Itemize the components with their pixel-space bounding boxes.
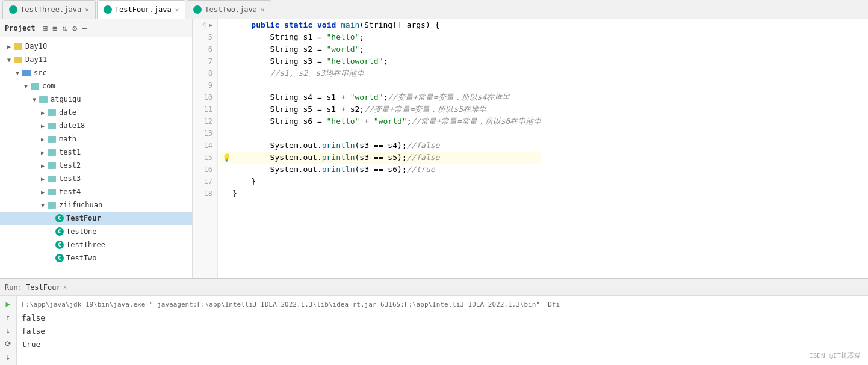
watermark: CSDN @IT机器猫: [809, 351, 861, 360]
tree-arrow-test4: ▶: [39, 189, 47, 195]
code-line-17: }: [220, 176, 541, 188]
tree-item-testthree[interactable]: C TestThree: [0, 238, 192, 251]
code-editor: 4 ▶ 5 6 7 8 9 10 11 12 13 14 15 16 17 18: [193, 19, 868, 278]
tree-item-day11[interactable]: ▼ Day11: [0, 53, 192, 66]
run-down-button[interactable]: ↓: [2, 325, 15, 336]
run-output-line-3: true: [22, 338, 863, 351]
tree-label-day11: Day11: [25, 55, 47, 64]
folder-icon-com: [30, 82, 40, 90]
line-num-7: 7: [197, 55, 212, 67]
code-line-15: 💡 System.out.println(s3 == s5);//false: [220, 152, 541, 164]
tree-arrow-atguigu: ▼: [30, 96, 39, 103]
tree-item-test3[interactable]: ▶ test3: [0, 172, 192, 185]
folder-icon-test2: [47, 161, 57, 170]
run-tab[interactable]: TestFour ×: [26, 283, 67, 292]
code-line-13: [220, 127, 541, 140]
tree-item-test1[interactable]: ▶ test1: [0, 146, 192, 159]
line-num-8: 8: [197, 67, 212, 79]
run-output-line-1: false: [22, 311, 863, 325]
line-numbers: 4 ▶ 5 6 7 8 9 10 11 12 13 14 15 16 17 18: [193, 19, 218, 278]
run-tab-close[interactable]: ×: [63, 283, 67, 291]
project-header: Project ⊞ ≡ ⇅ ⚙ −: [0, 19, 192, 37]
tree-item-testfour[interactable]: C TestFour: [0, 212, 192, 225]
tree-item-atguigu[interactable]: ▼ atguigu: [0, 93, 192, 106]
tree-item-math[interactable]: ▶ math: [0, 132, 192, 146]
code-line-7: String s3 = "helloworld";: [220, 55, 541, 67]
code-line-16: System.out.println(s3 == s6);//true: [220, 164, 541, 176]
tree-item-testtwo[interactable]: C TestTwo: [0, 251, 192, 265]
folder-icon-day11: [13, 55, 23, 64]
tree-item-com[interactable]: ▼ com: [0, 79, 192, 93]
tab-testfour-label: TestFour.java: [115, 5, 172, 14]
tree-item-src[interactable]: ▼ src: [0, 66, 192, 79]
line-num-9: 9: [197, 79, 212, 91]
tree-item-test2[interactable]: ▶ test2: [0, 159, 192, 172]
tree-item-test4[interactable]: ▶ test4: [0, 185, 192, 198]
line-num-17: 17: [197, 176, 212, 188]
list-icon[interactable]: ≡: [52, 23, 57, 33]
tree-arrow-day11: ▼: [5, 57, 13, 63]
tab-testthree[interactable]: TestThree.java ×: [2, 0, 96, 19]
tree-item-ziifuchuan[interactable]: ▼ ziifuchuan: [0, 198, 192, 212]
settings-icon[interactable]: ⚙: [72, 23, 77, 33]
tree-item-day10[interactable]: ▶ Day10: [0, 40, 192, 53]
run-panel: Run: TestFour × ▶ ↑ ↓ ⟳ ↓ F:\app\java\jd…: [0, 278, 868, 365]
code-line-8: //s1, s2、s3均在串池里: [220, 67, 541, 79]
testfour-class-icon: C: [55, 214, 64, 222]
folder-icon-date: [47, 108, 57, 117]
folder-icon-test1: [47, 148, 57, 156]
tree-item-date[interactable]: ▶ date: [0, 106, 192, 119]
code-line-14: System.out.println(s3 == s4);//false: [220, 140, 541, 152]
code-content: public static void main(String[] args) {…: [218, 19, 541, 278]
run-up-button[interactable]: ↑: [2, 311, 15, 322]
run-play-button[interactable]: ▶: [2, 298, 15, 309]
line-num-6: 6: [197, 43, 212, 55]
folder-icon-src: [22, 69, 31, 77]
tree-arrow-math: ▶: [39, 136, 47, 143]
tree-label-atguigu: atguigu: [51, 95, 81, 103]
minus-icon[interactable]: −: [82, 23, 87, 33]
run-rerun-button[interactable]: ⟳: [2, 339, 15, 349]
code-line-12: String s6 = "hello" + "world";//常量+常量=常量…: [220, 115, 541, 127]
code-scroll-area[interactable]: 4 ▶ 5 6 7 8 9 10 11 12 13 14 15 16 17 18: [193, 19, 868, 278]
sort-icon[interactable]: ⇅: [62, 23, 67, 33]
run-stop-button[interactable]: ↓: [2, 352, 15, 363]
run-toolbar: ▶ ↑ ↓ ⟳ ↓: [0, 296, 17, 365]
line-num-16: 16: [197, 164, 212, 176]
run-gutter-btn[interactable]: ▶: [209, 19, 212, 31]
folder-icon-ziifuchuan: [47, 201, 57, 209]
tab-testthree-close[interactable]: ×: [85, 6, 89, 14]
tree-arrow-day10: ▶: [5, 43, 13, 50]
code-line-18: }: [220, 188, 541, 200]
file-tree: ▶ Day10 ▼ Day11 ▼ src ▼ com: [0, 37, 192, 267]
tab-testtwo-label: TestTwo.java: [205, 5, 257, 14]
code-line-11: String s5 = s1 + s2;//变量+常量=变量，所以s5在堆里: [220, 103, 541, 115]
tree-arrow-src: ▼: [13, 70, 22, 76]
tree-label-date18: date18: [59, 121, 85, 130]
tab-testfour-close[interactable]: ×: [175, 6, 179, 14]
line-num-12: 12: [197, 115, 212, 127]
folder-icon-test4: [47, 188, 57, 196]
run-label: Run:: [5, 283, 22, 292]
tab-testtwo-close[interactable]: ×: [261, 6, 265, 14]
tree-arrow-date: ▶: [39, 109, 47, 116]
run-tab-label: TestFour: [26, 283, 61, 292]
gutter-15[interactable]: 💡: [220, 152, 232, 164]
folder-icon-atguigu: [39, 95, 48, 103]
run-panel-header: Run: TestFour ×: [0, 279, 868, 296]
testthree-file-icon: [9, 5, 17, 14]
tree-arrow-test2: ▶: [39, 162, 47, 169]
tree-item-testone[interactable]: C TestOne: [0, 225, 192, 238]
line-num-14: 14: [197, 140, 212, 152]
tab-testfour[interactable]: TestFour.java ×: [97, 0, 186, 19]
tree-label-test4: test4: [59, 188, 81, 196]
main-area: Project ⊞ ≡ ⇅ ⚙ − ▶ Day10 ▼ Day11 ▼: [0, 19, 868, 278]
tree-item-date18[interactable]: ▶ date18: [0, 119, 192, 132]
tree-arrow-test1: ▶: [39, 149, 47, 156]
grid-icon[interactable]: ⊞: [43, 23, 48, 33]
folder-icon-math: [47, 135, 57, 143]
testfour-file-icon: [104, 5, 112, 14]
tab-testtwo[interactable]: TestTwo.java ×: [187, 0, 271, 19]
line-num-5: 5: [197, 31, 212, 43]
line-num-13: 13: [197, 127, 212, 140]
